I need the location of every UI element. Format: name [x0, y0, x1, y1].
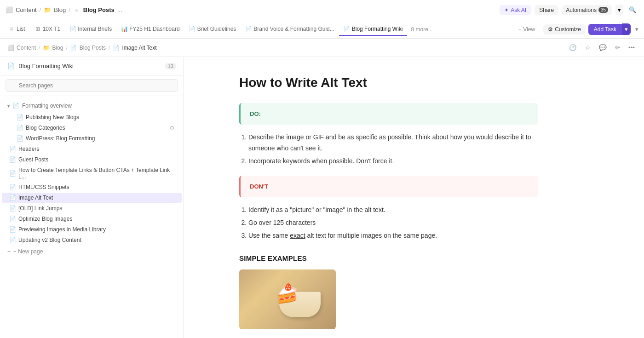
blog-posts-crumb-icon: 📄 [70, 45, 77, 51]
gear-icon[interactable]: ⚙ [170, 125, 174, 131]
toggle-icon: ▾ [7, 103, 10, 109]
sidebar-item-wordpress[interactable]: 📄 WordPress: Blog Formatting [2, 133, 182, 143]
do-list: Describe the image or GIF and be as spec… [239, 132, 538, 166]
tab-list[interactable]: ≡ List [4, 23, 30, 36]
page-icon-7: 📄 [9, 184, 16, 190]
ask-ai-label: Ask AI [511, 7, 526, 13]
brand-tab-icon: 📄 [245, 26, 252, 32]
do-item-2: Incorporate keywords when possible. Don'… [248, 156, 538, 167]
breadcrumb-current: Image Alt Text [122, 45, 156, 51]
more-button[interactable]: ... [117, 6, 122, 13]
sidebar-title: 📄 Blog Formatting Wiki [7, 63, 74, 69]
add-task-button[interactable]: Add Task [588, 24, 622, 35]
sidebar-item-headers[interactable]: 📄 Headers [2, 144, 182, 154]
simple-examples-heading: SIMPLE EXAMPLES [239, 254, 538, 262]
tab-blog-formatting-wiki[interactable]: 📄 Blog Formatting Wiki [339, 23, 408, 36]
chart-tab-icon: 📊 [121, 26, 127, 32]
search-button[interactable]: 🔍 [627, 5, 638, 15]
sidebar-group-formatting[interactable]: ▾ 📄 Formatting overview [0, 100, 184, 112]
comment-button[interactable]: 💬 [597, 42, 609, 53]
sidebar-item-guest-posts[interactable]: 📄 Guest Posts [2, 155, 182, 165]
page-icon-3: 📄 [17, 135, 23, 142]
group-doc-icon: 📄 [12, 103, 19, 109]
edit-button[interactable]: ✏ [613, 42, 622, 53]
brief-tab-icon: 📄 [189, 26, 196, 32]
dont-item-1: Identify it as a "picture" or "image" in… [248, 205, 538, 216]
add-task-chevron[interactable]: ▾ [622, 23, 631, 35]
nav-tabs: ≡ List ⊞ 10X T1 📄 Internal Briefs 📊 FY25… [0, 20, 644, 39]
tab-brand-voice[interactable]: 📄 Brand Voice & Formatting Guid... [241, 23, 339, 36]
sidebar-item-optimize-blog[interactable]: 📄 Optimize Blog Images [2, 214, 182, 224]
customize-icon: ⚙ [548, 26, 553, 33]
automations-chevron[interactable]: ▾ [615, 5, 623, 15]
new-page-plus: + [7, 248, 11, 255]
breadcrumb-content[interactable]: Content [17, 45, 36, 51]
doc-tab-icon: 📄 [69, 26, 76, 32]
page-icon-9: 📄 [9, 205, 16, 212]
breadcrumb-blog[interactable]: Blog [52, 45, 63, 51]
sidebar-doc-icon: 📄 [7, 63, 15, 69]
sidebar-item-updating[interactable]: 📄 Updating v2 Blog Content [2, 235, 182, 245]
wiki-tab-icon: 📄 [344, 26, 350, 32]
star-button[interactable]: ☆ [583, 42, 592, 53]
sidebar-item-publishing-new-blogs[interactable]: 📄 Publishing New Blogs [2, 112, 182, 122]
breadcrumb-blog-posts[interactable]: Blog Posts [80, 45, 106, 51]
content-area: How to Write Alt Text DO: Describe the i… [184, 57, 644, 338]
more-options-button[interactable]: ••• [627, 42, 637, 53]
add-task-group: Add Task ▾ [588, 23, 631, 35]
sidebar-nav: ▾ 📄 Formatting overview 📄 Publishing New… [0, 96, 184, 338]
page-heading: How to Write Alt Text [239, 75, 538, 90]
page-icon-5: 📄 [9, 156, 16, 163]
tab-10xt1[interactable]: ⊞ 10X T1 [30, 23, 65, 36]
ai-icon: ✦ [504, 7, 509, 13]
dont-callout: DON'T [239, 176, 538, 197]
sidebar-search[interactable]: 🔍 [0, 75, 184, 96]
sidebar-item-link-jumps[interactable]: 📄 [OLD] Link Jumps [2, 203, 182, 213]
blog-crumb-icon: 📁 [43, 45, 49, 51]
add-view[interactable]: + View [514, 23, 540, 35]
top-bar: ⬜ Content / 📁 Blog / ≡ Blog Posts ... ✦ … [0, 0, 644, 20]
clock-button[interactable]: 🕐 [567, 42, 579, 53]
sidebar-item-blog-categories[interactable]: 📄 Blog Categories ⚙ [2, 123, 182, 133]
content-crumb-icon: ⬜ [7, 45, 14, 51]
nav-more-button[interactable]: ▾ [633, 24, 640, 34]
more-tabs[interactable]: 8 more... [407, 23, 436, 35]
blog-crumb[interactable]: Blog [54, 6, 66, 13]
tab-brief-guidelines[interactable]: 📄 Brief Guidelines [184, 23, 241, 36]
nav-right-actions: ⚙ Customize Add Task ▾ ▾ [543, 23, 640, 35]
page-icon-8: 📄 [9, 195, 16, 201]
sidebar-item-html-css[interactable]: 📄 HTML/CSS Snippets [2, 182, 182, 192]
list-icon: ≡ [73, 6, 80, 14]
dont-item-3: Use the same exact alt text for multiple… [248, 230, 538, 241]
content-crumb[interactable]: Content [16, 6, 37, 13]
folder-icon: 📁 [44, 6, 51, 14]
new-page-button[interactable]: + + New page [0, 246, 184, 258]
ask-ai-button[interactable]: ✦ Ask AI [500, 5, 531, 15]
food-image [239, 269, 336, 329]
image-alt-crumb-icon: 📄 [113, 45, 119, 51]
page-icon-4: 📄 [9, 146, 16, 152]
customize-button[interactable]: ⚙ Customize [543, 24, 586, 34]
sidebar: 📄 Blog Formatting Wiki 13 🔍 ▾ 📄 Formatti… [0, 57, 184, 338]
blog-posts-crumb[interactable]: Blog Posts [83, 6, 115, 13]
sidebar-header: 📄 Blog Formatting Wiki 13 [0, 57, 184, 75]
breadcrumb: ⬜ Content / 📁 Blog / 📄 Blog Posts / 📄 Im… [7, 45, 157, 51]
top-bar-breadcrumb: ⬜ Content / 📁 Blog / ≡ Blog Posts ... [6, 6, 122, 14]
search-input[interactable] [6, 79, 178, 92]
sidebar-item-template-links[interactable]: 📄 How to Create Template Links & Button … [2, 165, 182, 182]
share-button[interactable]: Share [535, 5, 558, 15]
tab-fy25[interactable]: 📊 FY25 H1 Dashboard [116, 23, 184, 36]
example-image-container [239, 269, 336, 329]
content-wrapper: How to Write Alt Text DO: Describe the i… [239, 75, 538, 329]
page-icon-2: 📄 [17, 125, 23, 131]
dont-label: DON'T [250, 183, 529, 190]
automations-button[interactable]: Automations 35 [562, 5, 612, 15]
tab-internal-briefs[interactable]: 📄 Internal Briefs [65, 23, 116, 36]
dont-list: Identify it as a "picture" or "image" in… [239, 205, 538, 241]
breadcrumb-bar: ⬜ Content / 📁 Blog / 📄 Blog Posts / 📄 Im… [0, 39, 644, 57]
top-bar-actions: ✦ Ask AI Share Automations 35 ▾ 🔍 [500, 5, 638, 15]
sidebar-item-image-alt-text[interactable]: 📄 Image Alt Text [2, 193, 182, 203]
page-icon: 📄 [17, 114, 23, 120]
sidebar-item-previewing[interactable]: 📄 Previewing Images in Media Library [2, 224, 182, 235]
page-icon-11: 📄 [9, 226, 16, 233]
